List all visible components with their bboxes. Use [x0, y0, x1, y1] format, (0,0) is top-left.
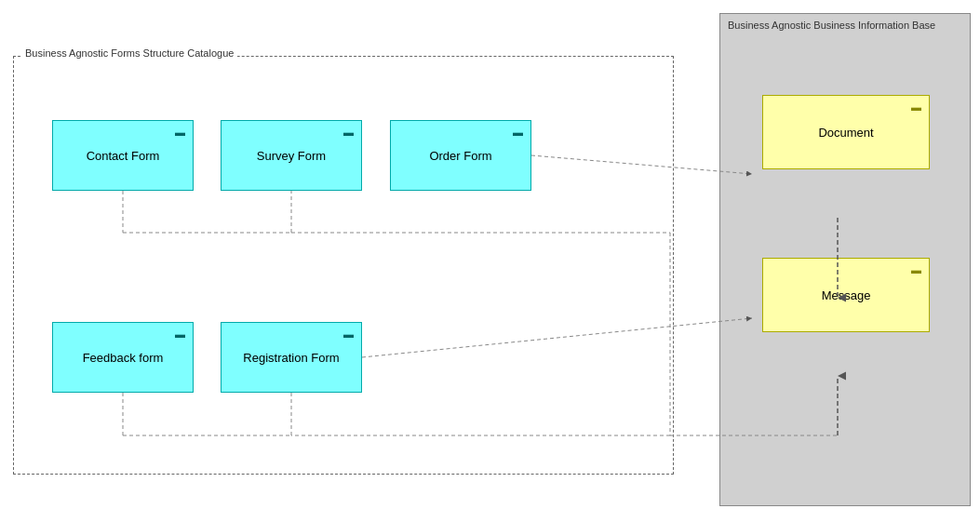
- right-panel-title: Business Agnostic Business Information B…: [728, 20, 935, 31]
- survey-form-box: ▬ Survey Form: [221, 120, 362, 191]
- registration-form-box: ▬ Registration Form: [221, 322, 362, 393]
- message-box: ▬ Message: [762, 258, 930, 332]
- order-form-box: ▬ Order Form: [390, 120, 531, 191]
- message-icon: ▬: [911, 264, 921, 275]
- feedback-form-box: ▬ Feedback form: [52, 322, 194, 393]
- diagram-container: Business Agnostic Business Information B…: [0, 0, 980, 522]
- survey-form-label: Survey Form: [257, 149, 326, 163]
- contact-form-label: Contact Form: [87, 149, 160, 163]
- right-panel: Business Agnostic Business Information B…: [719, 13, 971, 506]
- registration-form-label: Registration Form: [243, 351, 339, 365]
- left-panel: Business Agnostic Forms Structure Catalo…: [13, 56, 674, 475]
- survey-form-icon: ▬: [343, 127, 354, 138]
- left-panel-title: Business Agnostic Forms Structure Catalo…: [21, 47, 237, 59]
- registration-form-icon: ▬: [343, 328, 354, 340]
- contact-form-icon: ▬: [175, 127, 185, 138]
- feedback-form-label: Feedback form: [83, 351, 164, 365]
- order-form-label: Order Form: [429, 149, 491, 163]
- document-label: Document: [818, 126, 873, 140]
- document-icon: ▬: [911, 101, 921, 113]
- feedback-form-icon: ▬: [175, 328, 185, 340]
- order-form-icon: ▬: [513, 127, 523, 138]
- document-box: ▬ Document: [762, 95, 930, 169]
- message-label: Message: [822, 288, 871, 302]
- contact-form-box: ▬ Contact Form: [52, 120, 194, 191]
